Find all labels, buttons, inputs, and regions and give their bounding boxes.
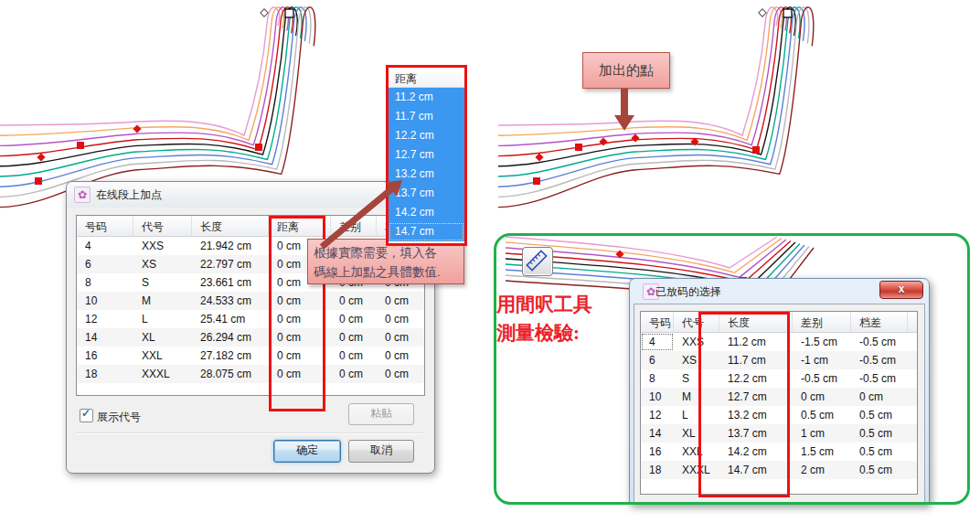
table-row[interactable]: 8S12.2 cm-0.5 cm-0.5 cm [641,369,917,388]
table-cell[interactable]: 0 cm [331,292,377,310]
table-cell[interactable]: XS [674,351,719,369]
table-cell[interactable]: 0 cm [377,292,421,310]
column-header[interactable]: 号码 [77,216,133,236]
table-cell[interactable]: 0 cm [269,310,331,328]
table-cell[interactable]: -0.5 cm [793,369,851,388]
table-cell[interactable]: 0.5 cm [851,461,908,479]
table-cell[interactable]: 11.7 cm [719,351,793,369]
table-cell[interactable]: XXXL [674,461,719,479]
table-cell[interactable]: 0 cm [269,328,331,347]
table-cell[interactable]: 0.5 cm [851,406,908,424]
table-cell[interactable]: 8 [641,369,674,388]
table-cell[interactable]: 13.2 cm [719,406,793,424]
segment-point-marker[interactable] [533,177,540,185]
selection-handle[interactable] [783,9,792,17]
cancel-button[interactable]: 取消 [348,440,414,463]
table-row[interactable]: 18XXXL14.7 cm2 cm0.5 cm [641,461,917,479]
table-row[interactable]: 16XXL14.2 cm1.5 cm0.5 cm [641,443,917,461]
table-cell[interactable]: XS [133,255,192,273]
table-cell[interactable]: 0 cm [269,292,331,310]
table-cell[interactable]: 0 cm [377,328,421,347]
table-cell[interactable]: 21.942 cm [192,237,269,255]
table-row[interactable]: 4XXS11.2 cm-1.5 cm-0.5 cm [641,333,917,351]
added-point-marker[interactable] [599,137,607,145]
add-point-dialog-titlebar[interactable]: ✿ 在线段上加点 [67,182,434,208]
table-cell[interactable]: 2 cm [793,461,851,479]
table-cell[interactable]: 8 [77,273,133,292]
table-cell[interactable]: 0.5 cm [793,406,851,424]
table-cell[interactable]: 6 [77,255,133,273]
column-header[interactable]: 差别 [793,312,851,332]
table-row[interactable]: 14XL26.294 cm0 cm0 cm0 cm [77,328,424,347]
table-cell[interactable]: 12.2 cm [719,369,793,388]
graded-dialog-titlebar[interactable]: ✿ 已放码的选择 x [630,279,929,304]
show-code-checkbox[interactable]: ✓ [80,409,93,422]
distance-list-item[interactable]: 12.2 cm [389,126,464,145]
table-cell[interactable]: 26.294 cm [192,328,269,347]
table-cell[interactable]: 13.7 cm [719,424,793,443]
selection-handle[interactable] [285,9,293,17]
ruler-tool-button[interactable] [522,247,553,276]
column-header[interactable]: 长度 [719,312,793,332]
table-cell[interactable]: 23.661 cm [192,273,269,292]
table-cell[interactable]: 0 cm [331,328,377,347]
distance-list-item[interactable]: 11.2 cm [389,88,464,107]
table-cell[interactable]: 11.2 cm [719,333,793,351]
table-cell[interactable]: 14 [641,424,674,443]
distance-list-item[interactable]: 14.7 cm [389,222,464,241]
table-row[interactable]: 12L25.41 cm0 cm0 cm0 cm [77,310,424,328]
table-cell[interactable]: XXXL [133,365,192,383]
table-cell[interactable]: M [133,292,192,310]
segment-point-marker[interactable] [35,177,42,185]
table-cell[interactable]: 16 [641,443,674,461]
table-cell[interactable]: 28.075 cm [192,365,269,383]
table-cell[interactable]: 0 cm [269,347,331,365]
table-cell[interactable]: XXS [674,333,719,351]
table-cell[interactable]: XXL [133,347,192,365]
segment-point-marker[interactable] [77,142,84,149]
distance-list-item[interactable]: 14.2 cm [389,203,464,222]
table-cell[interactable]: 0 cm [793,388,851,406]
table-cell[interactable]: -0.5 cm [851,369,908,388]
table-cell[interactable]: L [674,406,719,424]
table-cell[interactable]: 18 [641,461,674,479]
segment-point-marker[interactable] [575,144,582,151]
distance-list-item[interactable]: 13.7 cm [389,184,464,203]
distance-list-item[interactable]: 12.7 cm [389,145,464,165]
table-cell[interactable]: 12 [641,406,674,424]
added-point-marker[interactable] [631,133,639,142]
table-row[interactable]: 12L13.2 cm0.5 cm0.5 cm [641,406,917,424]
table-cell[interactable]: 0 cm [377,365,421,383]
column-header[interactable]: 代号 [133,216,192,236]
table-cell[interactable]: 0 cm [851,388,908,406]
table-row[interactable]: 10M12.7 cm0 cm0 cm [641,388,917,406]
table-cell[interactable]: 0.5 cm [851,424,908,443]
table-cell[interactable]: 6 [641,351,674,369]
column-header[interactable]: 差别 [331,216,377,236]
table-cell[interactable]: 12.7 cm [719,388,793,406]
table-row[interactable]: 18XXXL28.075 cm0 cm0 cm0 cm [77,365,424,383]
paste-button[interactable]: 粘贴 [348,403,414,425]
table-cell[interactable]: 1 cm [793,424,851,443]
table-cell[interactable]: 14.7 cm [719,461,793,479]
table-cell[interactable]: XL [674,424,719,443]
added-point-marker[interactable] [37,153,45,161]
table-cell[interactable]: 4 [641,333,674,351]
segment-point-marker[interactable] [255,144,262,151]
table-row[interactable]: 14XL13.7 cm1 cm0.5 cm [641,424,917,443]
table-cell[interactable]: S [674,369,719,388]
table-row[interactable]: 16XXL27.182 cm0 cm0 cm0 cm [77,347,424,365]
column-header[interactable]: 代号 [674,312,719,332]
table-cell[interactable]: 0 cm [377,310,421,328]
table-cell[interactable]: 14.2 cm [719,443,793,461]
table-cell[interactable]: 0 cm [331,365,377,383]
table-cell[interactable]: 0 cm [331,310,377,328]
table-cell[interactable]: XXS [133,237,192,255]
ok-button[interactable]: 确定 [273,440,341,463]
table-cell[interactable]: 18 [77,365,133,383]
table-row[interactable]: 10M24.533 cm0 cm0 cm0 cm [77,292,424,310]
table-cell[interactable]: L [133,310,192,328]
table-cell[interactable]: XXL [674,443,719,461]
table-cell[interactable]: 10 [641,388,674,406]
table-cell[interactable]: -0.5 cm [851,351,908,369]
